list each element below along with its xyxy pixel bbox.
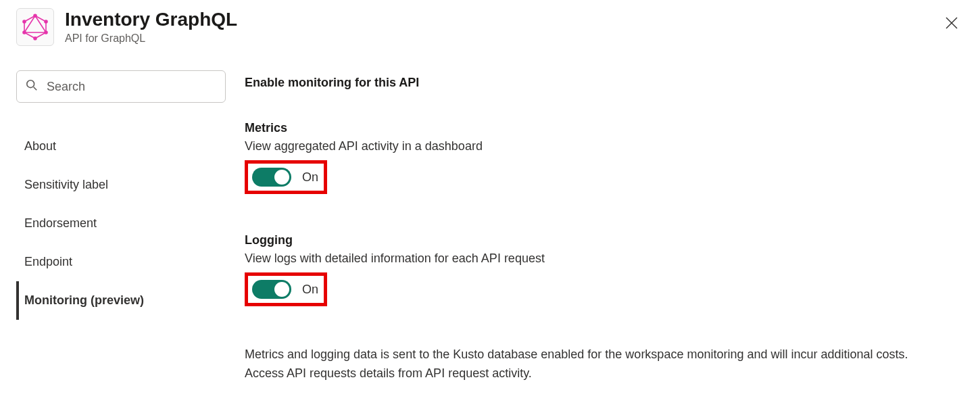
metrics-toggle-row: On: [245, 160, 327, 194]
close-button[interactable]: [942, 14, 961, 35]
logging-toggle-row: On: [245, 272, 327, 306]
search-icon: [26, 79, 38, 94]
page-title: Inventory GraphQL: [65, 8, 964, 31]
metrics-toggle-label: On: [302, 170, 318, 185]
nav-item-about[interactable]: About: [16, 127, 226, 166]
svg-marker-1: [24, 16, 46, 32]
metrics-title: Metrics: [245, 121, 964, 135]
nav-item-sensitivity-label[interactable]: Sensitivity label: [16, 166, 226, 204]
toggle-knob: [274, 282, 289, 297]
nav-list: About Sensitivity label Endorsement Endp…: [16, 127, 226, 320]
page-subtitle: API for GraphQL: [65, 32, 964, 45]
main-content: Enable monitoring for this API Metrics V…: [245, 70, 964, 383]
logging-toggle-label: On: [302, 283, 318, 297]
page-header: Inventory GraphQL API for GraphQL: [16, 8, 964, 46]
search-box: [16, 70, 226, 103]
svg-point-4: [44, 30, 48, 34]
logging-title: Logging: [245, 233, 964, 247]
sidebar: About Sensitivity label Endorsement Endp…: [16, 70, 226, 383]
graphql-icon: [16, 8, 54, 46]
logging-toggle[interactable]: [252, 280, 291, 299]
logging-setting: Logging View logs with detailed informat…: [245, 233, 964, 306]
logging-description: View logs with detailed information for …: [245, 252, 964, 266]
toggle-knob: [274, 170, 289, 185]
svg-line-11: [34, 87, 37, 91]
svg-point-3: [44, 20, 48, 24]
svg-point-7: [22, 20, 26, 24]
svg-point-6: [22, 30, 26, 34]
monitoring-footnote: Metrics and logging data is sent to the …: [245, 345, 934, 383]
search-input[interactable]: [16, 70, 226, 103]
svg-point-5: [33, 37, 37, 41]
nav-item-monitoring[interactable]: Monitoring (preview): [16, 281, 226, 320]
svg-point-10: [27, 80, 34, 88]
metrics-setting: Metrics View aggregated API activity in …: [245, 121, 964, 194]
section-heading: Enable monitoring for this API: [245, 76, 964, 90]
close-icon: [945, 16, 958, 30]
svg-point-2: [33, 14, 37, 18]
metrics-description: View aggregated API activity in a dashbo…: [245, 139, 964, 153]
nav-item-endorsement[interactable]: Endorsement: [16, 204, 226, 243]
metrics-toggle[interactable]: [252, 168, 291, 187]
nav-item-endpoint[interactable]: Endpoint: [16, 243, 226, 281]
